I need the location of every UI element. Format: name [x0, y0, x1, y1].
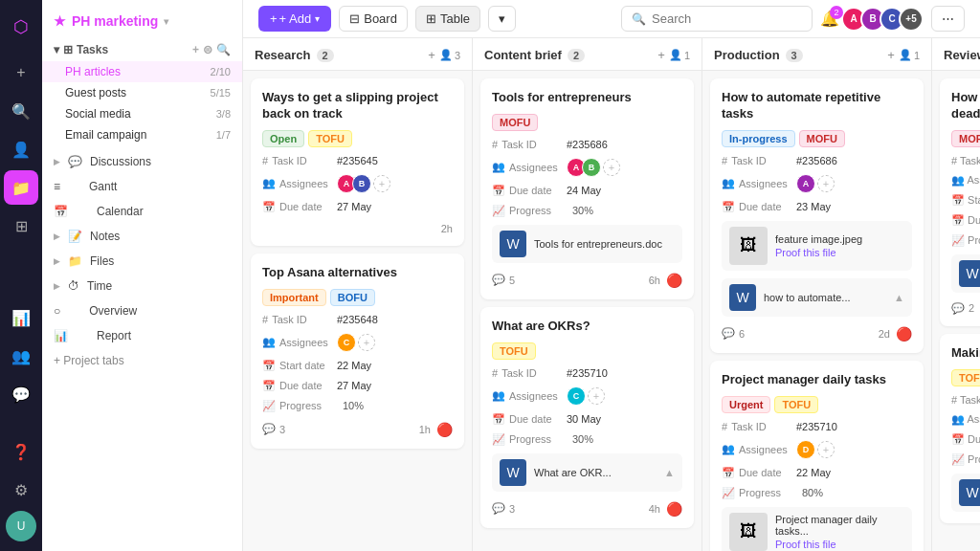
card-footer: 💬 3 4h 🔴 — [492, 501, 682, 517]
people-icon: 👥 — [262, 336, 276, 348]
nav-search[interactable]: 🔍 — [4, 94, 38, 128]
grid-icon: ⊞ — [63, 43, 73, 56]
field-duedate: 📅 Due date 30 May — [492, 413, 682, 426]
field-assignees: 👥 Assignees A B + — [492, 158, 682, 177]
add-card-icon[interactable]: + — [428, 48, 435, 62]
sidebar-discussions[interactable]: ▶ 💬 Discussions — [42, 149, 242, 174]
comment-icon: 💬 — [492, 274, 505, 286]
add-assignee[interactable]: + — [603, 159, 620, 176]
calendar-icon: 📅 — [492, 185, 505, 197]
task-group-guest-posts[interactable]: Guest posts 5/15 — [42, 82, 242, 103]
progress-row: 10% — [337, 400, 364, 411]
avatar-more[interactable]: +5 — [899, 7, 924, 32]
task-group-social-media[interactable]: Social media 3/8 — [42, 103, 242, 124]
sidebar-notes[interactable]: ▶ 📝 Notes — [42, 224, 242, 249]
column-header-research: Research 2 + 👤3 — [243, 38, 472, 71]
card-automate-tasks: How to automate repetitive tasks In-prog… — [710, 78, 924, 353]
card-time: 4h — [649, 503, 660, 515]
table-view-button[interactable]: ⊞ Table — [415, 6, 480, 32]
column-title: Research — [255, 48, 311, 62]
search-input[interactable] — [652, 11, 802, 26]
add-project-tabs[interactable]: + Project tabs — [42, 348, 242, 373]
column-count: 3 — [786, 49, 803, 62]
sidebar-gantt[interactable]: ≡ Gantt — [42, 174, 242, 199]
nav-me[interactable]: 👤 — [4, 132, 38, 166]
add-task-icon[interactable]: + — [192, 43, 199, 56]
column-actions: + 👤3 — [428, 48, 460, 62]
dropdown-icon: ▾ — [315, 13, 320, 24]
nav-projects[interactable]: 📁 — [4, 170, 38, 205]
hash-icon: # — [262, 314, 268, 325]
add-assignee[interactable]: + — [817, 441, 835, 458]
add-assignee[interactable]: + — [817, 175, 835, 192]
column-title: Production — [714, 48, 780, 62]
comment-icon: 💬 — [722, 327, 735, 340]
assignee-avatars: A B + — [567, 158, 620, 177]
proof-link[interactable]: Proof this file — [775, 247, 862, 258]
search-box[interactable]: 🔍 — [621, 6, 813, 32]
progress-icon: 📈 — [722, 487, 735, 499]
chevron-right-icon: ▶ — [54, 281, 60, 291]
field-startdate: 📅 Start date — [951, 194, 980, 207]
sidebar-report[interactable]: 📊 Report — [42, 323, 242, 348]
assignee-avatars: D + — [796, 440, 835, 459]
filter-icon[interactable]: ⊜ — [203, 43, 212, 56]
add-button[interactable]: + + Add ▾ — [258, 6, 331, 32]
comment-count: 3 — [509, 503, 515, 515]
project-header[interactable]: ★ PH marketing ▾ — [42, 8, 242, 34]
add-card-icon[interactable]: + — [887, 48, 895, 62]
field-progress: 📈 Progress 30% — [492, 433, 682, 446]
field-taskid: # Task ID #235710 — [722, 421, 912, 432]
column-actions: + 👤1 — [657, 48, 690, 62]
add-assignee[interactable]: + — [588, 387, 605, 405]
chevron-right-icon: ▶ — [54, 256, 60, 266]
sidebar-overview[interactable]: ○ Overview — [42, 298, 242, 323]
nav-add[interactable]: + — [4, 55, 38, 90]
progress-value: 80% — [802, 487, 823, 498]
search-tasks-icon[interactable]: 🔍 — [216, 43, 231, 56]
files-icon: 📁 — [68, 254, 82, 268]
card-comments: 💬 3 — [492, 502, 515, 515]
notifications[interactable]: 🔔 2 — [820, 10, 839, 28]
word-file-icon: W — [959, 260, 980, 287]
attachment-doc: W How to... — [951, 254, 980, 293]
nav-chat[interactable]: 💬 — [4, 377, 38, 411]
progress-value: 10% — [343, 400, 364, 411]
upload-icon: ▲ — [664, 467, 675, 478]
proof-link[interactable]: Proof this file — [775, 539, 904, 550]
add-assignee[interactable]: + — [373, 175, 390, 192]
sidebar-time[interactable]: ▶ ⏱ Time — [42, 274, 242, 298]
card-title: What are OKRs? — [492, 319, 682, 335]
app-logo: ⬡ — [4, 10, 38, 44]
add-assignee[interactable]: + — [358, 334, 375, 351]
task-group-email-campaign[interactable]: Email campaign 1/7 — [42, 124, 242, 145]
task-group-label: PH articles — [65, 65, 121, 78]
project-title: PH marketing — [72, 13, 158, 29]
cards-production: How to automate repetitive tasks In-prog… — [702, 71, 931, 551]
field-duedate: 📅 Due date 22 May — [722, 467, 912, 479]
assignee-avatars: A + — [796, 174, 835, 193]
card-comments: 💬 6 — [722, 327, 745, 340]
more-views-button[interactable]: ▾ — [488, 6, 516, 32]
tag-tofu: TOFU — [492, 342, 536, 360]
nav-settings[interactable]: ⚙ — [4, 473, 38, 507]
sidebar-calendar[interactable]: 📅 Calendar — [42, 199, 242, 224]
nav-people[interactable]: 👥 — [4, 339, 38, 373]
board-view-button[interactable]: ⊟ Board — [339, 6, 408, 32]
cards-research: Ways to get a slipping project back on t… — [243, 71, 472, 551]
nav-reports[interactable]: 📊 — [4, 300, 38, 335]
user-avatar[interactable]: U — [6, 511, 36, 541]
assignee-1: C — [567, 386, 586, 406]
nav-everything[interactable]: ⊞ — [4, 209, 38, 243]
discussions-icon: 💬 — [68, 155, 82, 168]
field-duedate: 📅 Due date — [951, 433, 980, 446]
assignee-2: B — [582, 158, 601, 177]
nav-help[interactable]: ❓ — [4, 434, 38, 469]
task-group-ph-articles[interactable]: PH articles 2/10 — [42, 61, 242, 82]
add-card-icon[interactable]: + — [657, 48, 665, 62]
sidebar-files[interactable]: ▶ 📁 Files — [42, 249, 242, 274]
more-options-button[interactable]: ⋯ — [931, 6, 965, 32]
progress-icon: 📈 — [262, 400, 276, 412]
tasks-header[interactable]: ▾ ⊞ Tasks + ⊜ 🔍 — [42, 38, 242, 61]
card-tags: TOFU — [492, 342, 682, 360]
